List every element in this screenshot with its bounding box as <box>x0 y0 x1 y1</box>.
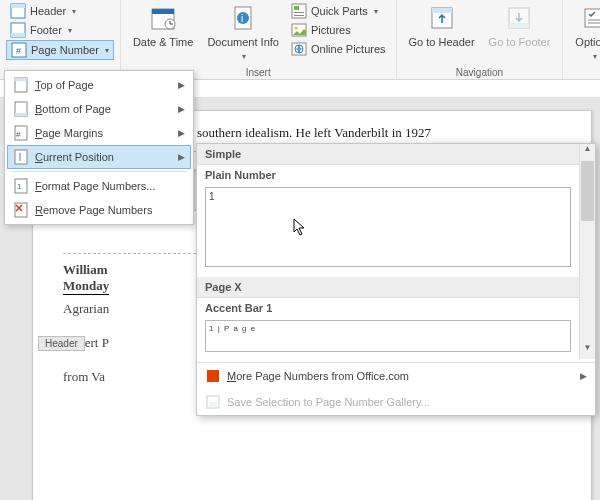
gallery-more-from-office[interactable]: More Page Numbers from Office.com ▶ <box>197 363 595 389</box>
dropdown-icon: ▾ <box>593 52 597 61</box>
save-icon <box>205 394 221 410</box>
menu-remove-page-numbers[interactable]: Remove Page Numbers <box>7 198 191 222</box>
document-info-icon: i <box>229 4 257 32</box>
submenu-arrow-icon: ▶ <box>580 371 587 381</box>
svg-rect-51 <box>209 402 217 407</box>
document-info-button[interactable]: i Document Info▾ <box>201 2 285 66</box>
online-pictures-label: Online Pictures <box>311 43 386 55</box>
page-number-gallery: ▲ ▼ Simple Plain Number 1 Page X Accent … <box>196 143 596 416</box>
scroll-down-icon[interactable]: ▼ <box>580 343 595 359</box>
menu-label: op of Page <box>41 79 94 91</box>
group-insert: Date & Time i Document Info▾ Quick Parts… <box>121 0 397 79</box>
menu-label: age Margins <box>42 127 103 139</box>
submenu-arrow-icon: ▶ <box>178 152 185 162</box>
svg-text:i: i <box>241 13 243 24</box>
svg-rect-42 <box>15 150 27 164</box>
group-header-footer: Header▾ Footer▾ # Page Number▾ <box>0 0 121 79</box>
menu-label: Save Selection to Page Number Gallery... <box>227 396 430 408</box>
office-icon <box>205 368 221 384</box>
gallery-item-accent-bar-1[interactable]: 1 | P a g e <box>205 320 571 352</box>
goto-footer-label: Go to Footer <box>489 36 551 48</box>
submenu-arrow-icon: ▶ <box>178 104 185 114</box>
dropdown-icon: ▾ <box>72 7 76 16</box>
menu-page-margins[interactable]: # Page Margins ▶ <box>7 121 191 145</box>
page-number-menu: Top of Page ▶ Bottom of Page ▶ # Page Ma… <box>4 70 194 225</box>
format-numbers-icon: 1 <box>13 178 29 194</box>
menu-separator <box>11 171 187 172</box>
svg-point-19 <box>294 27 297 30</box>
svg-text:1: 1 <box>17 182 22 191</box>
ribbon: Header▾ Footer▾ # Page Number▾ Date & Ti… <box>0 0 600 80</box>
goto-footer-button: Go to Footer <box>483 2 557 66</box>
sample-text: 1 | P a g e <box>209 324 256 333</box>
date-time-label: Date & Time <box>133 36 194 48</box>
quick-parts-icon <box>291 3 307 19</box>
footer-label: Footer <box>30 24 62 36</box>
pictures-icon <box>291 22 307 38</box>
header-label: Header <box>30 5 66 17</box>
calendar-icon <box>149 4 177 32</box>
quick-parts-label: Quick Parts <box>311 5 368 17</box>
date-time-button[interactable]: Date & Time <box>127 2 200 66</box>
gallery-scrollbar[interactable]: ▲ ▼ <box>579 144 595 359</box>
dropdown-icon: ▾ <box>242 52 246 61</box>
goto-footer-icon <box>505 4 533 32</box>
remove-numbers-icon <box>13 202 29 218</box>
svg-text:#: # <box>16 46 21 56</box>
svg-rect-49 <box>207 370 219 382</box>
submenu-arrow-icon: ▶ <box>178 80 185 90</box>
menu-format-page-numbers[interactable]: 1 Format Page Numbers... <box>7 174 191 198</box>
menu-label: ore Page Numbers from Office.com <box>236 370 409 382</box>
svg-rect-24 <box>432 8 452 13</box>
menu-label: ormat Page Numbers... <box>42 180 156 192</box>
gallery-save-selection: Save Selection to Page Number Gallery... <box>197 389 595 415</box>
dropdown-icon: ▾ <box>68 26 72 35</box>
online-pictures-button[interactable]: Online Pictures <box>287 40 390 58</box>
svg-rect-27 <box>585 9 600 27</box>
gallery-item-plain-number[interactable]: 1 <box>205 187 571 267</box>
sample-caret: 1 <box>209 191 215 202</box>
svg-rect-7 <box>152 9 174 14</box>
svg-rect-3 <box>11 33 25 37</box>
scroll-thumb[interactable] <box>581 161 594 221</box>
svg-rect-16 <box>294 12 304 13</box>
page-number-button[interactable]: # Page Number▾ <box>6 40 114 60</box>
page-margins-icon: # <box>13 125 29 141</box>
scroll-track[interactable] <box>580 222 595 343</box>
top-of-page-icon <box>13 77 29 93</box>
gallery-footer: More Page Numbers from Office.com ▶ Save… <box>197 362 595 415</box>
document-info-label: Document Info <box>207 36 279 48</box>
dropdown-icon: ▾ <box>105 46 109 55</box>
svg-rect-17 <box>294 15 304 16</box>
pictures-button[interactable]: Pictures <box>287 21 390 39</box>
gallery-label-plain: Plain Number <box>197 165 595 183</box>
group-options: Options▾ <box>563 0 600 79</box>
options-icon <box>580 4 600 32</box>
gallery-heading-simple: Simple <box>197 144 595 165</box>
svg-rect-39 <box>15 113 27 116</box>
submenu-arrow-icon: ▶ <box>178 128 185 138</box>
quick-parts-button[interactable]: Quick Parts▾ <box>287 2 390 20</box>
online-pictures-icon <box>291 41 307 57</box>
menu-top-of-page[interactable]: Top of Page ▶ <box>7 73 191 97</box>
header-icon <box>10 3 26 19</box>
goto-header-button[interactable]: Go to Header <box>403 2 481 66</box>
menu-current-position[interactable]: Current Position ▶ <box>7 145 191 169</box>
footer-icon <box>10 22 26 38</box>
svg-text:#: # <box>16 130 21 139</box>
options-button[interactable]: Options▾ <box>569 2 600 66</box>
header-button[interactable]: Header▾ <box>6 2 114 20</box>
pictures-label: Pictures <box>311 24 351 36</box>
header-tag: Header <box>38 336 85 351</box>
goto-header-icon <box>428 4 456 32</box>
group-caption <box>569 66 600 79</box>
options-label: Options <box>575 36 600 48</box>
page-number-label: Page Number <box>31 44 99 56</box>
page-number-icon: # <box>11 42 27 58</box>
menu-bottom-of-page[interactable]: Bottom of Page ▶ <box>7 97 191 121</box>
scroll-up-icon[interactable]: ▲ <box>580 144 595 160</box>
group-navigation: Go to Header Go to Footer Navigation <box>397 0 564 79</box>
gallery-heading-pagex: Page X <box>197 277 595 298</box>
svg-rect-1 <box>11 4 25 8</box>
footer-button[interactable]: Footer▾ <box>6 21 114 39</box>
